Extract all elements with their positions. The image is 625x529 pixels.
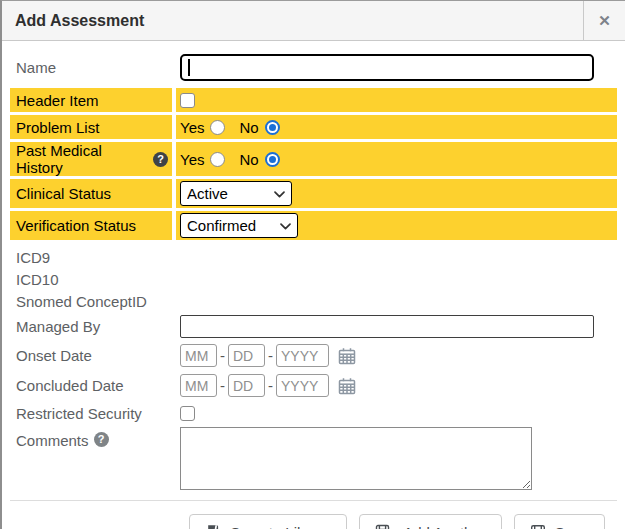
pmh-yes-label: Yes bbox=[180, 151, 204, 168]
name-label: Name bbox=[16, 59, 56, 76]
help-icon[interactable]: ? bbox=[94, 432, 109, 447]
save-to-library-button[interactable]: Save to Library bbox=[189, 514, 347, 529]
problem-list-yes-label: Yes bbox=[180, 119, 204, 136]
icd9-row: ICD9 bbox=[10, 247, 617, 268]
verification-status-label: Verification Status bbox=[16, 217, 136, 234]
save-to-library-label: Save to Library bbox=[230, 524, 331, 529]
icd10-row: ICD10 bbox=[10, 269, 617, 290]
calendar-icon[interactable] bbox=[337, 376, 357, 396]
concluded-date-label: Concluded Date bbox=[16, 377, 124, 394]
save-label: Save bbox=[555, 524, 589, 529]
icd10-label: ICD10 bbox=[16, 271, 59, 288]
problem-list-label: Problem List bbox=[16, 119, 99, 136]
date-separator: - bbox=[220, 347, 225, 364]
managed-by-input[interactable] bbox=[180, 315, 594, 338]
book-icon bbox=[205, 524, 221, 529]
footer: Save to Library Add Another bbox=[10, 501, 617, 529]
dialog-title: Add Assessment bbox=[2, 12, 144, 30]
snomed-concept-id-row: Snomed ConceptID bbox=[10, 291, 617, 312]
pmh-no-label: No bbox=[239, 151, 258, 168]
save-button[interactable]: Save bbox=[514, 514, 605, 529]
onset-year-input[interactable] bbox=[276, 344, 329, 367]
comments-label: Comments bbox=[16, 432, 89, 449]
date-separator: - bbox=[220, 377, 225, 394]
clinical-status-select-wrap: Active bbox=[180, 181, 292, 206]
problem-list-no-label: No bbox=[239, 119, 258, 136]
restricted-security-checkbox[interactable] bbox=[180, 406, 195, 421]
concluded-day-input[interactable] bbox=[228, 374, 265, 397]
onset-month-input[interactable] bbox=[180, 344, 217, 367]
save-icon bbox=[530, 524, 546, 529]
problem-list-yes-radio[interactable] bbox=[210, 120, 225, 135]
comments-textarea[interactable] bbox=[180, 427, 532, 490]
snomed-concept-id-label: Snomed ConceptID bbox=[16, 293, 147, 310]
header-item-label: Header Item bbox=[16, 92, 99, 109]
pmh-no-radio[interactable] bbox=[265, 152, 280, 167]
clinical-status-row: Clinical Status Active bbox=[10, 179, 617, 208]
past-medical-history-label: Past Medical History bbox=[16, 142, 148, 176]
onset-date-row: Onset Date - - bbox=[10, 342, 617, 369]
problem-list-row: Problem List Yes No bbox=[10, 115, 617, 139]
name-row: Name bbox=[10, 51, 617, 83]
help-icon[interactable]: ? bbox=[153, 152, 168, 167]
pmh-yes-radio[interactable] bbox=[210, 152, 225, 167]
dialog-body: Name Header Item Problem List bbox=[2, 41, 625, 529]
clinical-status-select[interactable]: Active bbox=[180, 181, 292, 206]
date-separator: - bbox=[268, 377, 273, 394]
calendar-icon[interactable] bbox=[337, 346, 357, 366]
add-assessment-dialog: Add Assessment ✕ Name Header Item bbox=[0, 0, 625, 529]
text-caret bbox=[188, 59, 190, 76]
add-another-label: Add Another bbox=[403, 524, 486, 529]
name-input[interactable] bbox=[180, 54, 594, 81]
problem-list-no-radio[interactable] bbox=[265, 120, 280, 135]
managed-by-label: Managed By bbox=[16, 318, 100, 335]
onset-date-label: Onset Date bbox=[16, 347, 92, 364]
verification-status-row: Verification Status Confirmed bbox=[10, 211, 617, 240]
icd9-label: ICD9 bbox=[16, 249, 50, 266]
name-input-wrap bbox=[180, 54, 594, 81]
onset-day-input[interactable] bbox=[228, 344, 265, 367]
header-item-checkbox[interactable] bbox=[180, 93, 195, 108]
concluded-month-input[interactable] bbox=[180, 374, 217, 397]
date-separator: - bbox=[268, 347, 273, 364]
verification-status-select-wrap: Confirmed bbox=[180, 213, 298, 238]
restricted-security-label: Restricted Security bbox=[16, 405, 142, 422]
add-another-button[interactable]: Add Another bbox=[359, 514, 502, 529]
past-medical-history-row: Past Medical History ? Yes No bbox=[10, 142, 617, 176]
save-plus-icon bbox=[375, 524, 394, 529]
verification-status-select[interactable]: Confirmed bbox=[180, 213, 298, 238]
header-item-row: Header Item bbox=[10, 88, 617, 112]
restricted-security-row: Restricted Security bbox=[10, 402, 617, 424]
dialog-titlebar: Add Assessment ✕ bbox=[2, 1, 625, 41]
comments-row: Comments ? bbox=[10, 427, 617, 490]
managed-by-row: Managed By bbox=[10, 313, 617, 339]
close-icon[interactable]: ✕ bbox=[583, 1, 625, 41]
concluded-year-input[interactable] bbox=[276, 374, 329, 397]
clinical-status-label: Clinical Status bbox=[16, 185, 111, 202]
concluded-date-row: Concluded Date - - bbox=[10, 372, 617, 399]
